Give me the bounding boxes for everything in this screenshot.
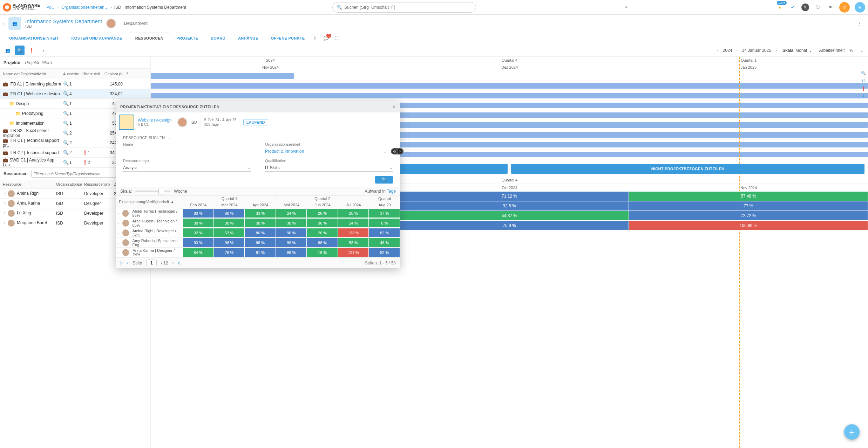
settings-chevron-icon[interactable]: ⌄: [857, 47, 865, 54]
gantt-row[interactable]: [151, 71, 868, 81]
pct-cell[interactable]: 92,5 %: [390, 201, 629, 211]
availability-row[interactable]: ›Alice Hubert | Technician / 85%30 %30 %…: [116, 218, 400, 228]
chevron-down-icon[interactable]: ⌄: [247, 165, 251, 170]
availability-cell[interactable]: 32 %: [183, 228, 214, 237]
pager-last-icon[interactable]: ›|: [178, 261, 181, 266]
tab-kosten und aufwände[interactable]: KOSTEN UND AUFWÄNDE: [65, 32, 128, 44]
pager-page-input[interactable]: [146, 260, 157, 266]
pct-cell[interactable]: 44,87 %: [390, 211, 629, 221]
availability-cell[interactable]: 48 %: [369, 238, 400, 247]
tab-projekte[interactable]: PROJEKTE: [170, 32, 204, 44]
left-tab-projects[interactable]: Projekte: [4, 60, 20, 65]
pct-cell[interactable]: 77 %: [629, 201, 868, 211]
availability-cell[interactable]: 16 %: [307, 248, 338, 257]
rail-alert-icon[interactable]: ❗: [861, 87, 866, 91]
pct-cell[interactable]: 106,89 %: [629, 221, 868, 230]
favorites-icon[interactable]: ★100+: [776, 4, 784, 11]
search-input[interactable]: [344, 5, 472, 10]
more-menu-icon[interactable]: ⋮: [857, 21, 865, 26]
run-search-button[interactable]: 🔍: [375, 176, 393, 184]
pager-first-icon[interactable]: |‹: [120, 261, 123, 266]
unit-select[interactable]: Arbeitseinheit: [819, 48, 845, 53]
availability-cell[interactable]: 69 %: [276, 248, 307, 257]
fullscreen-icon[interactable]: ⛶: [333, 34, 341, 42]
search-section-title[interactable]: RESSOURCE SUCHEN: [123, 136, 165, 140]
info-icon[interactable]: ⓘ: [814, 4, 822, 11]
col-outstanding[interactable]: Ausstehe: [63, 72, 82, 76]
availability-cell[interactable]: 81 %: [245, 248, 276, 257]
edit-mode-icon[interactable]: ✎: [801, 4, 809, 11]
availability-cell[interactable]: 24 %: [338, 218, 369, 228]
assign-nonproject-button[interactable]: NICHT PROJEKTBEZOGEN ZUTEILEN: [511, 164, 864, 174]
comments-icon[interactable]: 💬1: [322, 34, 330, 42]
availability-cell[interactable]: 37 %: [369, 208, 400, 218]
chevron-down-icon[interactable]: ⌄: [389, 165, 393, 170]
availability-row[interactable]: ›Abdel Torres | Technician / 56%80 %80 %…: [116, 208, 400, 218]
availability-cell[interactable]: 90 %: [276, 228, 307, 237]
availability-cell[interactable]: 30 %: [245, 218, 276, 228]
col-resource[interactable]: Ressource: [0, 182, 56, 186]
chevron-down-icon[interactable]: ⌄: [383, 149, 387, 154]
people-toolbtn[interactable]: 👥: [3, 46, 13, 55]
availability-cell[interactable]: 133 %: [338, 228, 369, 237]
crumb-b[interactable]: Organisationseinheiten…: [61, 5, 109, 10]
qual-input[interactable]: [265, 164, 393, 172]
back-chevron-icon[interactable]: ›: [3, 21, 4, 26]
project-owner-avatar[interactable]: [177, 117, 187, 127]
col-type[interactable]: Ressourcentyp: [84, 182, 114, 186]
col-z[interactable]: Z: [126, 72, 137, 76]
alert-toolbtn[interactable]: ❗: [27, 46, 36, 55]
col-name[interactable]: Name der Projektaktivität: [0, 72, 63, 76]
scale-slider[interactable]: [135, 191, 170, 192]
project-filter-input[interactable]: [25, 60, 78, 65]
filter-icon[interactable]: ▾: [39, 46, 48, 55]
availability-cell[interactable]: 99 %: [276, 238, 307, 247]
approve-icon[interactable]: ✔: [789, 4, 796, 11]
type-input[interactable]: [123, 164, 251, 172]
availability-cell[interactable]: 96 %: [214, 238, 245, 247]
availability-cell[interactable]: 28 %: [338, 208, 369, 218]
availability-cell[interactable]: 58 %: [338, 238, 369, 247]
scale-select[interactable]: Monat ⌄: [795, 48, 812, 53]
col-overalloc[interactable]: Überzuteil: [82, 72, 102, 76]
hierarchy-toggle[interactable]: ⟲✕: [391, 148, 404, 154]
availability-cell[interactable]: 86 %: [245, 228, 276, 237]
star-menu-icon[interactable]: ★: [855, 2, 865, 13]
tab-board[interactable]: BOARD: [204, 32, 232, 44]
availability-cell[interactable]: 30 %: [183, 218, 214, 228]
availability-cell[interactable]: 0 %: [369, 218, 400, 228]
availability-cell[interactable]: 121 %: [338, 248, 369, 257]
owner-avatar[interactable]: [106, 19, 116, 28]
date-end[interactable]: 14 Januar 2025: [742, 48, 771, 53]
col-org[interactable]: Organisationse: [56, 182, 84, 186]
tab-anhänge[interactable]: ANHÄNGE: [232, 32, 265, 44]
pct-cell[interactable]: 71,12 %: [390, 191, 629, 201]
tab-organisationseinheit[interactable]: ORGANISATIONSEINHEIT: [3, 32, 65, 44]
global-search[interactable]: 🔍: [332, 2, 476, 13]
availability-row[interactable]: ›Amina Righi | Developer / 32%32 %53 %86…: [116, 228, 400, 238]
resource-filter-input[interactable]: [31, 170, 126, 178]
col-planned[interactable]: Geplant (t): [102, 72, 126, 76]
availability-cell[interactable]: 36 %: [307, 218, 338, 228]
help-icon[interactable]: ?: [839, 2, 850, 13]
availability-row[interactable]: ›Amy Roberts | Specialized Eng93 %96 %98…: [116, 238, 400, 248]
project-row[interactable]: 💼ITB C1 | Website re-design🔍4334,02: [0, 89, 150, 99]
availability-cell[interactable]: 76 %: [214, 248, 245, 257]
pct-cell[interactable]: 57,48 %: [629, 191, 868, 201]
resource-tab[interactable]: Ressourcen: [4, 171, 28, 176]
tab-ressourcen[interactable]: RESSOURCEN: [129, 33, 170, 44]
availability-row[interactable]: ›Anna Karina | Designer / 24%54 %76 %81 …: [116, 248, 400, 257]
availability-cell[interactable]: 33 %: [245, 208, 276, 218]
pager-next-icon[interactable]: ›: [172, 261, 174, 266]
availability-cell[interactable]: 82 %: [369, 228, 400, 237]
availability-cell[interactable]: 24 %: [276, 208, 307, 218]
availability-cell[interactable]: 53 %: [214, 228, 245, 237]
advanced-search-icon[interactable]: ⚲: [622, 4, 630, 11]
prev-period-icon[interactable]: ‹: [717, 48, 719, 53]
availability-cell[interactable]: 54 %: [183, 248, 214, 257]
availability-cell[interactable]: 80 %: [183, 208, 214, 218]
export-icon[interactable]: ⇪: [311, 34, 319, 42]
sort-asc-icon[interactable]: ▲: [170, 200, 174, 204]
org-input[interactable]: [265, 148, 393, 155]
availability-cell[interactable]: 82 %: [369, 248, 400, 257]
